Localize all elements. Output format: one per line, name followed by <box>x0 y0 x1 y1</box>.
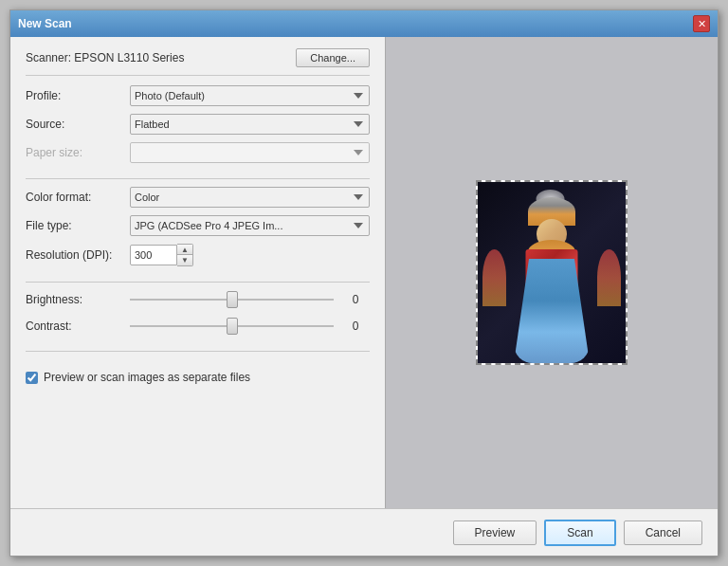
divider-3 <box>26 351 370 352</box>
separate-files-checkbox[interactable] <box>26 372 38 384</box>
paper-size-row: Paper size: <box>26 142 370 163</box>
brightness-slider-wrap <box>130 290 334 309</box>
contrast-slider-wrap <box>130 317 334 336</box>
color-format-label: Color format: <box>26 191 130 204</box>
contrast-label: Contrast: <box>26 320 130 333</box>
spin-down-button[interactable]: ▼ <box>177 255 192 265</box>
dialog-body: Scanner: EPSON L3110 Series Change... Pr… <box>10 37 718 508</box>
profile-select[interactable]: Photo (Default) Document Text <box>130 85 370 106</box>
color-format-row: Color format: Color Grayscale Black and … <box>26 187 370 208</box>
brightness-label: Brightness: <box>26 293 130 306</box>
contrast-slider[interactable] <box>130 325 334 327</box>
separate-files-label[interactable]: Preview or scan images as separate files <box>44 371 250 384</box>
resolution-input[interactable] <box>130 245 177 265</box>
source-label: Source: <box>26 118 130 131</box>
preview-area <box>386 37 718 508</box>
brightness-slider[interactable] <box>130 299 334 301</box>
resolution-label: Resolution (DPI): <box>26 248 130 262</box>
brightness-row: Brightness: 0 <box>26 290 370 309</box>
divider-1 <box>26 178 370 179</box>
stamp-deco-left <box>482 249 506 306</box>
scan-button[interactable]: Scan <box>544 520 615 546</box>
spin-up-button[interactable]: ▲ <box>177 245 192 255</box>
divider-2 <box>26 282 370 283</box>
footer-bar: Preview Scan Cancel <box>10 508 718 556</box>
resolution-row: Resolution (DPI): ▲ ▼ <box>26 244 370 266</box>
new-scan-dialog: New Scan ✕ Scanner: EPSON L3110 Series C… <box>9 9 719 557</box>
cancel-button[interactable]: Cancel <box>624 520 702 545</box>
profile-label: Profile: <box>26 89 130 102</box>
checkbox-row: Preview or scan images as separate files <box>26 371 370 384</box>
close-button[interactable]: ✕ <box>693 15 710 32</box>
spin-buttons: ▲ ▼ <box>177 244 193 266</box>
file-type-select[interactable]: JPG (ACDSee Pro 4 JPEG Im... BMP PNG TIF… <box>130 215 370 236</box>
color-format-select[interactable]: Color Grayscale Black and White <box>130 187 370 208</box>
paper-size-select[interactable] <box>130 142 370 163</box>
source-select[interactable]: Flatbed ADF <box>130 114 370 135</box>
brightness-value: 0 <box>341 293 370 306</box>
contrast-value: 0 <box>341 320 370 333</box>
profile-row: Profile: Photo (Default) Document Text <box>26 85 370 106</box>
file-type-row: File type: JPG (ACDSee Pro 4 JPEG Im... … <box>26 215 370 236</box>
change-button[interactable]: Change... <box>296 48 370 67</box>
stamp-preview <box>476 180 628 365</box>
scanner-label: Scanner: EPSON L3110 Series <box>26 51 184 64</box>
stamp-deco-right <box>597 249 621 306</box>
preview-panel <box>385 37 718 508</box>
left-panel: Scanner: EPSON L3110 Series Change... Pr… <box>10 37 385 508</box>
dialog-title: New Scan <box>18 17 72 30</box>
titlebar: New Scan ✕ <box>10 10 718 37</box>
scanner-row: Scanner: EPSON L3110 Series Change... <box>26 48 370 76</box>
preview-button[interactable]: Preview <box>453 520 537 545</box>
stamp-inner <box>478 182 626 363</box>
resolution-input-wrap: ▲ ▼ <box>130 244 193 266</box>
paper-size-label: Paper size: <box>26 146 130 159</box>
close-icon: ✕ <box>698 18 706 30</box>
contrast-row: Contrast: 0 <box>26 317 370 336</box>
stamp-image <box>478 182 626 363</box>
file-type-label: File type: <box>26 219 130 232</box>
source-row: Source: Flatbed ADF <box>26 114 370 135</box>
